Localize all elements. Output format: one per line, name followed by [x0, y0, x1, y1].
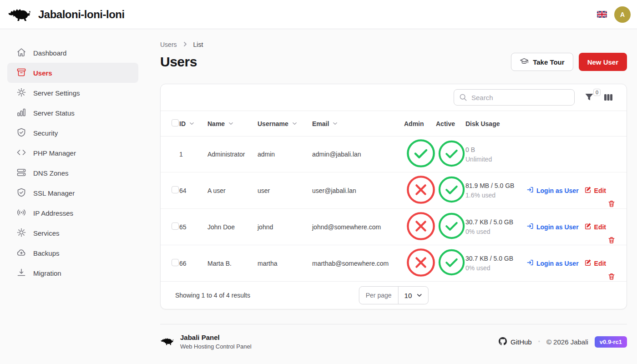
breadcrumb: Users List [160, 41, 627, 48]
sort-chevron-icon [292, 120, 297, 127]
edit-button[interactable]: Edit [584, 186, 606, 195]
app-title: Jabaloni-loni-loni [38, 8, 125, 21]
column-header-id[interactable]: ID [179, 120, 207, 127]
cell-name: Administrator [207, 151, 258, 158]
columns-icon [604, 96, 613, 103]
check-circle-icon [437, 198, 466, 206]
breadcrumb-users[interactable]: Users [160, 41, 177, 48]
search-input[interactable] [454, 89, 575, 106]
edit-icon [584, 222, 592, 231]
home-icon [16, 47, 26, 59]
filter-button[interactable]: 0 [585, 93, 594, 102]
archive-box-icon [16, 67, 26, 79]
sidebar-item-ip-addresses[interactable]: IP Addresses [7, 203, 138, 223]
x-circle-icon [405, 199, 437, 207]
disk-secondary: 0% used [465, 228, 526, 235]
cell-username: johnd [258, 223, 312, 231]
graduation-cap-icon [520, 57, 529, 67]
login-as-user-button[interactable]: Login as User [526, 186, 579, 195]
take-tour-button[interactable]: Take Tour [511, 53, 573, 71]
download-icon [16, 268, 26, 279]
column-label: ID [179, 120, 186, 127]
select-all-checkbox[interactable] [172, 119, 179, 126]
shield-check-icon [16, 127, 26, 139]
sidebar-item-label: Dashboard [33, 49, 66, 57]
table-footer: Showing 1 to 4 of 4 results Per page 10 [161, 281, 627, 309]
sidebar-item-dashboard[interactable]: Dashboard [7, 43, 138, 63]
sidebar-item-services[interactable]: Services [7, 223, 138, 243]
column-header-name[interactable]: Name [207, 120, 258, 127]
row-checkbox[interactable] [172, 222, 179, 230]
disk-primary: 30.7 KB / 5.0 GB [465, 255, 526, 262]
delete-button[interactable] [607, 200, 616, 208]
cell-id: 1 [179, 151, 207, 158]
cell-disk-usage: 30.7 KB / 5.0 GB 0% used [465, 218, 526, 235]
sidebar: DashboardUsersServer SettingsServer Stat… [0, 29, 146, 364]
take-tour-label: Take Tour [533, 58, 564, 66]
brand[interactable]: Jabaloni-loni-loni [7, 5, 125, 24]
per-page-select[interactable]: 10 [399, 287, 428, 304]
sidebar-item-migration[interactable]: Migration [7, 263, 138, 283]
row-checkbox[interactable] [172, 259, 179, 266]
sidebar-item-label: Security [33, 129, 58, 137]
page-title: Users [160, 54, 197, 70]
new-user-button[interactable]: New User [579, 53, 627, 71]
breadcrumb-list: List [193, 41, 203, 48]
sidebar-item-server-status[interactable]: Server Status [7, 103, 138, 123]
login-as-user-button[interactable]: Login as User [526, 259, 579, 268]
x-circle-icon [405, 236, 437, 243]
results-summary: Showing 1 to 4 of 4 results [161, 292, 250, 299]
table-header-row: IDNameUsernameEmailAdminActiveDisk Usage [161, 111, 627, 136]
sidebar-item-label: PHP Manager [33, 149, 76, 157]
column-header-username[interactable]: Username [258, 120, 312, 127]
cell-actions: Login as User Edit [526, 222, 627, 231]
version-badge[interactable]: v0.9-rc1 [595, 336, 627, 348]
sidebar-item-label: Users [33, 69, 52, 77]
sidebar-item-php-manager[interactable]: PHP Manager [7, 143, 138, 163]
trash-icon [607, 200, 616, 208]
sidebar-item-backups[interactable]: Backups [7, 243, 138, 263]
delete-button[interactable] [607, 237, 616, 245]
trash-icon [607, 273, 616, 281]
edit-icon [584, 186, 592, 195]
dot-separator: • [538, 339, 540, 345]
cell-id: 66 [179, 260, 207, 267]
login-as-user-button[interactable]: Login as User [526, 222, 579, 231]
toggle-columns-button[interactable] [604, 93, 613, 102]
sidebar-item-ssl-manager[interactable]: SSL Manager [7, 183, 138, 203]
edit-button[interactable]: Edit [584, 259, 606, 268]
sidebar-item-security[interactable]: Security [7, 123, 138, 143]
column-header-disk-usage: Disk Usage [465, 120, 526, 127]
cell-username: admin [258, 151, 312, 158]
page-footer: Jabali Panel Web Hosting Control Panel G… [160, 324, 627, 350]
sidebar-item-server-settings[interactable]: Server Settings [7, 83, 138, 103]
users-table-card: 0 IDNameUsernameEmailAdminActiveDisk Usa… [160, 84, 627, 309]
sidebar-item-users[interactable]: Users [7, 63, 138, 83]
cell-actions: Login as User Edit [526, 259, 627, 268]
edit-button[interactable]: Edit [584, 222, 606, 231]
language-flag-icon[interactable] [597, 11, 607, 18]
x-circle-icon [405, 272, 437, 280]
column-header-email[interactable]: Email [312, 120, 404, 127]
cell-email: admin@jabali.lan [312, 151, 404, 158]
disk-primary: 0 B [465, 146, 526, 153]
delete-button[interactable] [607, 273, 616, 281]
trash-icon [607, 237, 616, 245]
github-icon [499, 337, 507, 347]
disk-secondary: 1.6% used [465, 192, 526, 199]
chevron-right-icon [182, 41, 188, 48]
code-icon [16, 147, 26, 159]
bar-chart-icon [16, 107, 26, 119]
check-circle-icon [437, 234, 466, 242]
sidebar-item-label: Server Settings [33, 89, 80, 97]
sidebar-item-dns-zones[interactable]: DNS Zones [7, 163, 138, 183]
row-checkbox[interactable] [172, 186, 179, 193]
column-label: Disk Usage [465, 120, 500, 127]
login-icon [526, 222, 534, 231]
disk-primary: 81.9 MB / 5.0 GB [465, 182, 526, 189]
github-link[interactable]: GitHub [499, 337, 532, 347]
cell-name: Marta B. [207, 260, 258, 267]
user-avatar[interactable]: A [614, 6, 631, 23]
table-row-user-1: 1 Administrator admin admin@jabali.lan 0… [161, 136, 627, 172]
cell-email: johnd@somewhere.com [312, 223, 404, 231]
